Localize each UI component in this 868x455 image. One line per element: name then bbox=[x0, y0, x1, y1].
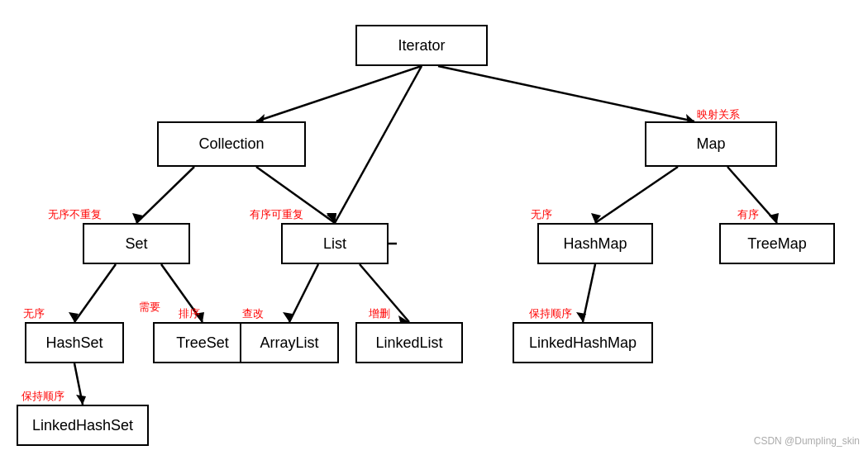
label-map-annotation: 映射关系 bbox=[697, 107, 740, 122]
label-set-to-treeset-need: 需要 bbox=[139, 300, 160, 315]
map-label: Map bbox=[696, 135, 725, 153]
treemap-node: TreeMap bbox=[719, 223, 835, 264]
label-list-to-arraylist: 查改 bbox=[242, 306, 264, 321]
svg-marker-23 bbox=[576, 312, 586, 322]
label-map-to-treemap: 有序 bbox=[737, 207, 759, 222]
svg-line-10 bbox=[595, 167, 678, 223]
iterator-label: Iterator bbox=[398, 37, 445, 55]
list-node: List bbox=[281, 223, 389, 264]
svg-line-6 bbox=[136, 167, 194, 223]
hashmap-label: HashMap bbox=[563, 235, 627, 253]
label-list-to-linkedlist: 增删 bbox=[369, 306, 390, 321]
treeset-node: TreeSet bbox=[153, 322, 252, 363]
svg-line-0 bbox=[256, 66, 422, 121]
svg-marker-5 bbox=[327, 213, 336, 223]
watermark: CSDN @Dumpling_skin bbox=[754, 435, 860, 447]
label-collection-to-list: 有序可重复 bbox=[250, 207, 303, 222]
svg-line-22 bbox=[583, 264, 595, 322]
svg-marker-19 bbox=[283, 312, 293, 322]
hashset-label: HashSet bbox=[45, 334, 103, 352]
svg-line-24 bbox=[74, 363, 83, 405]
svg-marker-15 bbox=[69, 312, 79, 322]
set-node: Set bbox=[83, 223, 190, 264]
diagram: Iterator Collection Map Set List HashMap… bbox=[0, 0, 868, 455]
list-label: List bbox=[323, 235, 346, 253]
svg-marker-7 bbox=[132, 213, 143, 223]
linkedhashset-node: LinkedHashSet bbox=[17, 405, 149, 446]
linkedhashmap-label: LinkedHashMap bbox=[529, 334, 637, 352]
label-hashset-to-linkedhashset: 保持顺序 bbox=[21, 389, 64, 404]
arraylist-node: ArrayList bbox=[240, 322, 339, 363]
arraylist-label: ArrayList bbox=[260, 334, 318, 352]
label-collection-to-set: 无序不重复 bbox=[48, 207, 102, 222]
hashset-node: HashSet bbox=[25, 322, 124, 363]
collection-node: Collection bbox=[157, 121, 306, 167]
label-map-to-hashmap: 无序 bbox=[531, 207, 552, 222]
linkedhashmap-node: LinkedHashMap bbox=[513, 322, 653, 363]
linkedlist-label: LinkedList bbox=[375, 334, 442, 352]
svg-marker-11 bbox=[591, 213, 601, 223]
svg-line-4 bbox=[335, 66, 422, 223]
svg-marker-13 bbox=[769, 213, 779, 223]
iterator-node: Iterator bbox=[355, 25, 488, 66]
hashmap-node: HashMap bbox=[537, 223, 653, 264]
treeset-label: TreeSet bbox=[176, 334, 228, 352]
collection-label: Collection bbox=[198, 135, 264, 153]
label-hashmap-to-linkedhashmap: 保持顺序 bbox=[529, 306, 572, 321]
svg-line-18 bbox=[289, 264, 318, 322]
svg-marker-25 bbox=[76, 395, 86, 405]
label-set-to-hashset: 无序 bbox=[23, 306, 45, 321]
svg-line-14 bbox=[74, 264, 116, 322]
map-node: Map bbox=[645, 121, 777, 167]
treemap-label: TreeMap bbox=[747, 235, 806, 253]
linkedlist-node: LinkedList bbox=[355, 322, 463, 363]
linkedhashset-label: LinkedHashSet bbox=[32, 417, 133, 434]
svg-marker-9 bbox=[327, 213, 336, 223]
set-label: Set bbox=[125, 235, 147, 253]
svg-line-2 bbox=[438, 66, 694, 121]
label-set-to-treeset-sort: 排序 bbox=[179, 306, 200, 321]
